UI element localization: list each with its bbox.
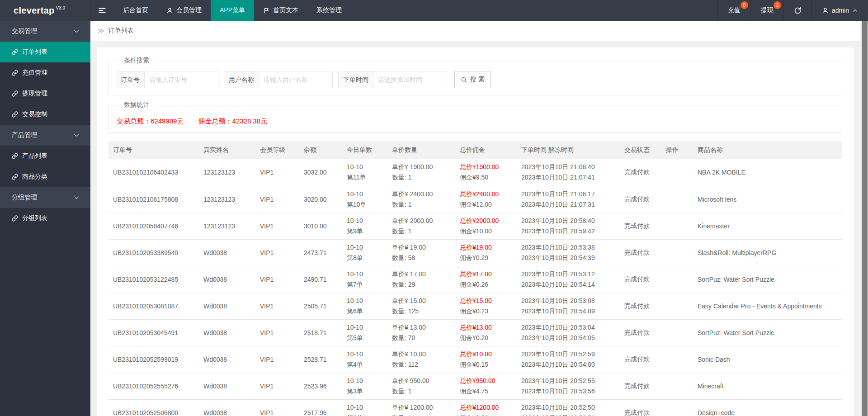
nav-item-app-menu[interactable]: APP菜单 [211, 0, 254, 21]
cell-product: NBA 2K MOBILE [693, 159, 842, 186]
group-label: 分组管理 [12, 194, 37, 202]
nav-item-members[interactable]: 会员管理 [157, 0, 211, 21]
cell-order-time: 2023年10月10日 21:06:40 [521, 162, 615, 172]
total-commission-stat: 佣金总额：42328.38元 [198, 117, 268, 125]
username-input[interactable] [259, 71, 333, 88]
cell-seq: 第6单 [347, 306, 383, 317]
cell-date: 10-10 [347, 402, 383, 413]
sidebar-item-group-list[interactable]: 分组列表 [0, 208, 90, 229]
cell-order-time: 2023年10月10日 20:52:55 [521, 376, 615, 386]
user-menu[interactable]: admin [811, 0, 868, 21]
chevron-down-icon [73, 28, 80, 34]
sidebar-item-recharge-mgmt[interactable]: 充值管理 [0, 62, 90, 83]
order-time-input[interactable] [373, 71, 447, 88]
scrollbar-thumb[interactable] [862, 21, 868, 416]
link-icon [12, 215, 18, 222]
breadcrumb-separator-icon: ≫ [98, 27, 105, 35]
item-label: 交易控制 [22, 110, 47, 118]
cell-order-time: 2023年10月10日 20:53:38 [521, 242, 615, 253]
hamburger-icon [98, 6, 106, 14]
cell-date: 10-10 [347, 296, 383, 306]
logo-text: clevertap [14, 5, 55, 16]
cell-date: 10-10 [347, 189, 383, 199]
search-fieldset: 条件搜索 订单号 用户名称 下单时间 [108, 57, 842, 95]
cell-qty: 数量: 125 [392, 306, 451, 317]
cell-unit-price: 单价¥ 13.00 [392, 322, 451, 333]
chevron-down-icon [73, 194, 80, 201]
cell-product: Minecraft [693, 373, 842, 399]
total-commission-value: 42328.38元 [232, 117, 268, 125]
recharge-link[interactable]: 充值 0 [717, 0, 750, 21]
search-button-label: 搜 索 [470, 76, 485, 84]
link-icon [12, 49, 18, 55]
cell-seq: 第11单 [347, 172, 383, 183]
cell-action [661, 266, 693, 293]
cell-unit-price: 单价¥ 19.00 [392, 242, 451, 253]
refresh-icon [794, 7, 802, 14]
cell-balance: 2523.96 [299, 373, 342, 399]
header-right: 充值 0 提现 1 admin [717, 0, 868, 21]
nav-item-home-text[interactable]: 首页文本 [254, 0, 307, 21]
cell-commission: 佣金¥0.29 [460, 253, 512, 263]
item-label: 订单列表 [22, 48, 47, 56]
table-row: UB2310102053389540 Wd0038 VIP1 2473.71 1… [108, 239, 842, 266]
sidebar-item-product-list[interactable]: 产品列表 [0, 146, 90, 166]
main-content: ≫ 订单列表 条件搜索 订单号 用户名称 下单时间 [90, 21, 860, 416]
cell-qty: 数量: 1 [392, 226, 451, 236]
cell-unit-price: 单价¥ 15.00 [392, 296, 451, 306]
stats-fieldset: 数据统计 交易总额：6249989元 佣金总额：42328.38元 [108, 101, 842, 133]
item-label: 产品列表 [22, 152, 47, 160]
cell-qty: 数量: 1 [392, 413, 451, 416]
nav-label: 首页文本 [273, 6, 298, 14]
cell-unfreeze-time: 2023年10月10日 21:07:31 [521, 199, 615, 210]
sidebar-group-trade[interactable]: 交易管理 [0, 21, 90, 42]
cell-qty: 数量: 29 [392, 279, 451, 290]
cell-product: SortPuz: Water Sort Puzzle [693, 266, 842, 293]
cell-order-time: 2023年10月10日 20:58:40 [521, 216, 615, 226]
sidebar-item-trade-control[interactable]: 交易控制 [0, 104, 90, 125]
cell-total: 总价¥19.00 [460, 242, 512, 253]
sidebar-item-order-list[interactable]: 订单列表 [0, 42, 90, 62]
order-no-input[interactable] [145, 71, 218, 88]
cell-real-name: Wd0038 [199, 346, 255, 373]
username: admin [832, 7, 849, 14]
cell-real-name: Wd0038 [199, 373, 255, 399]
cell-balance: 2528.71 [299, 346, 342, 373]
sidebar-group-product[interactable]: 产品管理 [0, 125, 90, 146]
cell-real-name: Wd0038 [199, 319, 255, 346]
nav-item-dashboard[interactable]: 后台首页 [114, 0, 157, 21]
col-unit-price-qty: 单价数量 [387, 141, 455, 159]
cell-order-time: 2023年10月10日 20:53:04 [521, 322, 615, 333]
sidebar-item-withdraw-mgmt[interactable]: 提现管理 [0, 83, 90, 104]
cell-unit-price: 单价¥ 2400.00 [392, 189, 451, 199]
cell-level: VIP1 [255, 346, 299, 373]
cell-balance: 2518.71 [299, 319, 342, 346]
menu-collapse-button[interactable] [90, 0, 114, 21]
cell-level: VIP1 [255, 373, 299, 399]
table-row: UB2310102106402433 123123123 VIP1 3032.0… [108, 159, 842, 186]
cell-action [661, 293, 693, 319]
cell-total: 总价¥950.00 [460, 376, 512, 386]
search-button[interactable]: 搜 索 [454, 71, 491, 88]
cell-order-no: UB2310102053389540 [108, 239, 199, 266]
cell-status: 完成付款 [620, 293, 661, 319]
cell-action [661, 159, 693, 186]
cell-product: SortPuz: Water Sort Puzzle [693, 319, 842, 346]
refresh-button[interactable] [783, 0, 811, 21]
cell-unit-price: 单价¥ 2000.00 [392, 216, 451, 226]
cell-date: 10-10 [347, 216, 383, 226]
page-body: 条件搜索 订单号 用户名称 下单时间 [90, 41, 860, 416]
withdraw-link[interactable]: 提现 1 [750, 0, 783, 21]
sidebar-item-goods-category[interactable]: 商品分类 [0, 166, 90, 187]
sidebar: 交易管理 订单列表 充值管理 提现管理 [0, 21, 90, 416]
cell-product: Design+code [693, 399, 842, 416]
cell-commission: 佣金¥10.00 [460, 226, 512, 236]
sidebar-group-grouping[interactable]: 分组管理 [0, 187, 90, 208]
cell-seq: 第9单 [347, 226, 383, 236]
cell-unit-price: 单价¥ 17.00 [392, 269, 451, 279]
item-label: 充值管理 [22, 69, 47, 77]
cell-commission: 佣金¥6.00 [460, 413, 512, 416]
nav-item-system[interactable]: 系统管理 [307, 0, 351, 21]
col-total-commission: 总价佣金 [455, 141, 517, 159]
cell-qty: 数量: 1 [392, 386, 451, 397]
